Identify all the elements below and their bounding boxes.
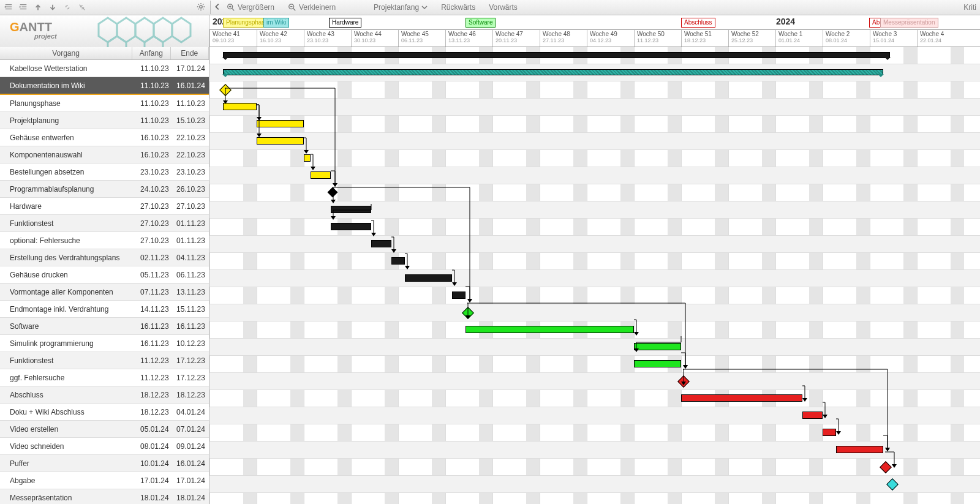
gantt-milestone[interactable] (880, 461, 892, 473)
table-row[interactable]: Video erstellen05.01.2407.01.24 (0, 421, 209, 438)
gantt-milestone[interactable] (328, 187, 338, 198)
gantt-bar[interactable] (331, 206, 371, 213)
table-row[interactable]: Funktionstest11.12.2317.12.23 (0, 352, 209, 369)
move-down-icon[interactable] (47, 1, 59, 13)
gantt-milestone[interactable] (462, 307, 474, 319)
backward-button[interactable]: Rückwärts (437, 2, 479, 13)
gantt-row[interactable] (209, 116, 980, 133)
timeline-week[interactable]: Woche 5225.12.23 (728, 30, 778, 47)
gantt-milestone[interactable] (677, 375, 690, 388)
gantt-bar[interactable] (452, 291, 466, 299)
gantt-row[interactable] (209, 64, 980, 81)
gantt-bar[interactable] (311, 171, 331, 179)
table-row[interactable]: Messepräsentation18.01.2418.01.24 (0, 489, 209, 504)
move-up-icon[interactable] (32, 1, 44, 13)
table-row[interactable]: Komponentenauswahl16.10.2322.10.23 (0, 146, 209, 164)
gantt-row[interactable] (209, 424, 980, 442)
timeline-week[interactable]: Woche 5118.12.23 (681, 30, 731, 47)
gantt-row[interactable] (209, 270, 980, 287)
timeline-week[interactable]: Woche 4904.12.23 (587, 30, 637, 47)
timeline-week[interactable]: Woche 4323.10.23 (304, 30, 354, 47)
gantt-bar[interactable] (634, 360, 681, 367)
table-row[interactable]: Dokumentation im Wiki11.10.2316.01.24 (0, 77, 209, 95)
timeline-week[interactable]: Woche 5011.12.23 (634, 30, 684, 47)
gantt-row[interactable] (209, 184, 980, 201)
col-name[interactable]: Vorgang (0, 47, 132, 59)
timeline-week[interactable]: Woche 4109.10.23 (209, 30, 260, 47)
table-row[interactable]: Bestellungen absetzen23.10.2323.10.23 (0, 164, 209, 181)
table-row[interactable]: Abgabe17.01.2417.01.24 (0, 472, 209, 489)
gantt-summary-bar[interactable] (223, 69, 883, 75)
gantt-bar[interactable] (836, 446, 883, 453)
project-start-button[interactable]: Projektanfang (370, 2, 431, 13)
table-row[interactable]: Projektplanung11.10.2315.10.23 (0, 112, 209, 129)
table-row[interactable]: Erstellung des Verdrahtungsplans02.11.23… (0, 249, 209, 266)
gantt-row[interactable] (209, 150, 980, 167)
gantt-bar[interactable] (371, 240, 391, 247)
gantt-row[interactable] (209, 81, 980, 99)
gantt-milestone[interactable] (219, 84, 232, 96)
gantt-row[interactable] (209, 47, 980, 64)
scroll-left-icon[interactable] (213, 2, 222, 13)
table-row[interactable]: Abschluss18.12.2318.12.23 (0, 386, 209, 404)
timeline-week[interactable]: Woche 315.01.24 (870, 30, 920, 47)
link-icon[interactable] (61, 1, 74, 13)
zoom-out-button[interactable]: Verkleinern (284, 2, 339, 13)
gantt-bar[interactable] (331, 223, 371, 230)
gantt-summary-bar[interactable] (223, 52, 890, 58)
timeline-week[interactable]: Woche 4216.10.23 (257, 30, 307, 47)
table-row[interactable]: Vormontage aller Komponenten07.11.2313.1… (0, 284, 209, 301)
table-row[interactable]: Programmablaufsplanung24.10.2326.10.23 (0, 181, 209, 198)
gantt-bar[interactable] (304, 154, 311, 162)
col-end[interactable]: Ende (171, 47, 209, 59)
gantt-bar[interactable] (405, 274, 452, 282)
gantt-row[interactable] (209, 356, 980, 373)
gantt-row[interactable] (209, 390, 980, 407)
timeline-week[interactable]: Woche 422.01.24 (917, 30, 967, 47)
gantt-chart[interactable] (209, 47, 980, 504)
gantt-row[interactable] (209, 442, 980, 459)
table-row[interactable]: Software16.11.2316.11.23 (0, 318, 209, 335)
timeline-week[interactable]: Woche 101.01.24 (775, 30, 826, 47)
gantt-row[interactable] (209, 407, 980, 424)
outdent-icon[interactable] (2, 1, 15, 13)
gantt-bar[interactable] (823, 429, 836, 436)
gantt-row[interactable] (209, 304, 980, 322)
gantt-row[interactable] (209, 287, 980, 304)
gantt-row[interactable] (209, 219, 980, 236)
table-row[interactable]: Endmontage inkl. Verdrahtung14.11.2315.1… (0, 301, 209, 318)
table-row[interactable]: Kabellose Wetterstation11.10.2317.01.24 (0, 60, 209, 77)
gantt-bar[interactable] (802, 412, 823, 419)
gantt-row[interactable] (209, 99, 980, 116)
gantt-bar[interactable] (391, 257, 405, 265)
timeline-week[interactable]: Woche 4720.11.23 (492, 30, 543, 47)
col-start[interactable]: Anfang (132, 47, 170, 59)
gantt-row[interactable] (209, 339, 980, 356)
unlink-icon[interactable] (76, 1, 88, 13)
gantt-milestone[interactable] (886, 478, 899, 491)
table-row[interactable]: Gehäuse entwerfen16.10.2322.10.23 (0, 129, 209, 146)
gantt-row[interactable] (209, 133, 980, 150)
timeline-week[interactable]: Woche 4506.11.23 (398, 30, 448, 47)
gantt-row[interactable] (209, 373, 980, 390)
table-row[interactable]: Simulink programmierung16.11.2310.12.23 (0, 335, 209, 352)
table-row[interactable]: Doku + Wiki Abschluss18.12.2304.01.24 (0, 404, 209, 421)
table-row[interactable]: Planungsphase11.10.2311.10.23 (0, 95, 209, 112)
gantt-bar[interactable] (466, 326, 634, 333)
timeline-week[interactable]: Woche 208.01.24 (823, 30, 873, 47)
table-row[interactable]: Puffer10.01.2416.01.24 (0, 455, 209, 472)
table-row[interactable]: Gehäuse drucken05.11.2306.11.23 (0, 266, 209, 284)
gantt-row[interactable] (209, 253, 980, 270)
gantt-bar[interactable] (634, 343, 681, 350)
gantt-bar[interactable] (223, 103, 257, 110)
table-row[interactable]: Funktionstest27.10.2301.11.23 (0, 215, 209, 232)
gantt-bar[interactable] (681, 394, 802, 402)
gantt-row[interactable] (209, 476, 980, 493)
gantt-bar[interactable] (257, 120, 304, 127)
critical-path-button[interactable]: Kriti (963, 3, 980, 12)
timeline-week[interactable]: Woche 4613.11.23 (445, 30, 496, 47)
gantt-row[interactable] (209, 236, 980, 253)
zoom-in-button[interactable]: Vergrößern (223, 2, 278, 13)
table-row[interactable]: optional: Fehlersuche27.10.2301.11.23 (0, 232, 209, 249)
gantt-row[interactable] (209, 167, 980, 184)
